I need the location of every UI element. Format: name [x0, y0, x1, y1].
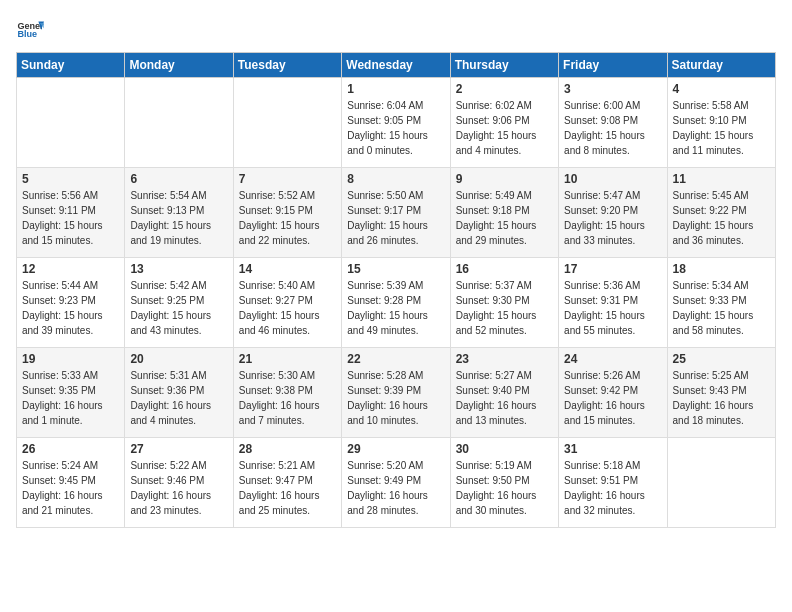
- day-info: Sunrise: 5:36 AMSunset: 9:31 PMDaylight:…: [564, 278, 661, 338]
- day-info: Sunrise: 5:30 AMSunset: 9:38 PMDaylight:…: [239, 368, 336, 428]
- day-info: Sunrise: 5:37 AMSunset: 9:30 PMDaylight:…: [456, 278, 553, 338]
- day-number: 25: [673, 352, 770, 366]
- calendar-cell: 24Sunrise: 5:26 AMSunset: 9:42 PMDayligh…: [559, 348, 667, 438]
- day-info: Sunrise: 5:52 AMSunset: 9:15 PMDaylight:…: [239, 188, 336, 248]
- calendar-cell: 17Sunrise: 5:36 AMSunset: 9:31 PMDayligh…: [559, 258, 667, 348]
- page-header: General Blue: [16, 16, 776, 44]
- day-number: 9: [456, 172, 553, 186]
- day-info: Sunrise: 5:47 AMSunset: 9:20 PMDaylight:…: [564, 188, 661, 248]
- day-info: Sunrise: 5:22 AMSunset: 9:46 PMDaylight:…: [130, 458, 227, 518]
- day-number: 12: [22, 262, 119, 276]
- day-info: Sunrise: 6:00 AMSunset: 9:08 PMDaylight:…: [564, 98, 661, 158]
- calendar-cell: 19Sunrise: 5:33 AMSunset: 9:35 PMDayligh…: [17, 348, 125, 438]
- day-info: Sunrise: 6:04 AMSunset: 9:05 PMDaylight:…: [347, 98, 444, 158]
- day-info: Sunrise: 5:31 AMSunset: 9:36 PMDaylight:…: [130, 368, 227, 428]
- day-number: 13: [130, 262, 227, 276]
- calendar-cell: 27Sunrise: 5:22 AMSunset: 9:46 PMDayligh…: [125, 438, 233, 528]
- calendar-cell: [233, 78, 341, 168]
- calendar-cell: 16Sunrise: 5:37 AMSunset: 9:30 PMDayligh…: [450, 258, 558, 348]
- day-info: Sunrise: 5:39 AMSunset: 9:28 PMDaylight:…: [347, 278, 444, 338]
- calendar-cell: 5Sunrise: 5:56 AMSunset: 9:11 PMDaylight…: [17, 168, 125, 258]
- day-info: Sunrise: 5:34 AMSunset: 9:33 PMDaylight:…: [673, 278, 770, 338]
- calendar-cell: [667, 438, 775, 528]
- calendar-cell: [17, 78, 125, 168]
- day-info: Sunrise: 5:24 AMSunset: 9:45 PMDaylight:…: [22, 458, 119, 518]
- day-number: 17: [564, 262, 661, 276]
- calendar-cell: 11Sunrise: 5:45 AMSunset: 9:22 PMDayligh…: [667, 168, 775, 258]
- day-number: 1: [347, 82, 444, 96]
- calendar-cell: 26Sunrise: 5:24 AMSunset: 9:45 PMDayligh…: [17, 438, 125, 528]
- day-number: 10: [564, 172, 661, 186]
- day-info: Sunrise: 5:28 AMSunset: 9:39 PMDaylight:…: [347, 368, 444, 428]
- day-number: 3: [564, 82, 661, 96]
- day-info: Sunrise: 5:44 AMSunset: 9:23 PMDaylight:…: [22, 278, 119, 338]
- calendar-cell: 28Sunrise: 5:21 AMSunset: 9:47 PMDayligh…: [233, 438, 341, 528]
- day-number: 19: [22, 352, 119, 366]
- calendar-cell: 10Sunrise: 5:47 AMSunset: 9:20 PMDayligh…: [559, 168, 667, 258]
- day-number: 27: [130, 442, 227, 456]
- day-number: 24: [564, 352, 661, 366]
- logo-icon: General Blue: [16, 16, 44, 44]
- day-number: 5: [22, 172, 119, 186]
- day-number: 21: [239, 352, 336, 366]
- day-number: 4: [673, 82, 770, 96]
- day-number: 15: [347, 262, 444, 276]
- calendar-week-row: 5Sunrise: 5:56 AMSunset: 9:11 PMDaylight…: [17, 168, 776, 258]
- day-number: 16: [456, 262, 553, 276]
- day-number: 11: [673, 172, 770, 186]
- calendar-cell: 29Sunrise: 5:20 AMSunset: 9:49 PMDayligh…: [342, 438, 450, 528]
- day-info: Sunrise: 5:40 AMSunset: 9:27 PMDaylight:…: [239, 278, 336, 338]
- day-info: Sunrise: 5:19 AMSunset: 9:50 PMDaylight:…: [456, 458, 553, 518]
- calendar-cell: 2Sunrise: 6:02 AMSunset: 9:06 PMDaylight…: [450, 78, 558, 168]
- calendar-week-row: 19Sunrise: 5:33 AMSunset: 9:35 PMDayligh…: [17, 348, 776, 438]
- day-number: 31: [564, 442, 661, 456]
- day-number: 7: [239, 172, 336, 186]
- day-info: Sunrise: 6:02 AMSunset: 9:06 PMDaylight:…: [456, 98, 553, 158]
- calendar-cell: 20Sunrise: 5:31 AMSunset: 9:36 PMDayligh…: [125, 348, 233, 438]
- day-number: 6: [130, 172, 227, 186]
- day-info: Sunrise: 5:42 AMSunset: 9:25 PMDaylight:…: [130, 278, 227, 338]
- calendar-cell: [125, 78, 233, 168]
- calendar-week-row: 12Sunrise: 5:44 AMSunset: 9:23 PMDayligh…: [17, 258, 776, 348]
- svg-text:Blue: Blue: [17, 29, 37, 39]
- calendar-cell: 14Sunrise: 5:40 AMSunset: 9:27 PMDayligh…: [233, 258, 341, 348]
- day-number: 20: [130, 352, 227, 366]
- day-info: Sunrise: 5:25 AMSunset: 9:43 PMDaylight:…: [673, 368, 770, 428]
- day-info: Sunrise: 5:33 AMSunset: 9:35 PMDaylight:…: [22, 368, 119, 428]
- weekday-header-saturday: Saturday: [667, 53, 775, 78]
- calendar-cell: 4Sunrise: 5:58 AMSunset: 9:10 PMDaylight…: [667, 78, 775, 168]
- calendar-cell: 6Sunrise: 5:54 AMSunset: 9:13 PMDaylight…: [125, 168, 233, 258]
- calendar-cell: 12Sunrise: 5:44 AMSunset: 9:23 PMDayligh…: [17, 258, 125, 348]
- day-info: Sunrise: 5:21 AMSunset: 9:47 PMDaylight:…: [239, 458, 336, 518]
- day-info: Sunrise: 5:56 AMSunset: 9:11 PMDaylight:…: [22, 188, 119, 248]
- day-number: 18: [673, 262, 770, 276]
- calendar-cell: 22Sunrise: 5:28 AMSunset: 9:39 PMDayligh…: [342, 348, 450, 438]
- day-number: 28: [239, 442, 336, 456]
- weekday-header-thursday: Thursday: [450, 53, 558, 78]
- day-number: 26: [22, 442, 119, 456]
- day-info: Sunrise: 5:45 AMSunset: 9:22 PMDaylight:…: [673, 188, 770, 248]
- day-number: 30: [456, 442, 553, 456]
- weekday-header-friday: Friday: [559, 53, 667, 78]
- calendar-cell: 1Sunrise: 6:04 AMSunset: 9:05 PMDaylight…: [342, 78, 450, 168]
- calendar-cell: 31Sunrise: 5:18 AMSunset: 9:51 PMDayligh…: [559, 438, 667, 528]
- day-info: Sunrise: 5:54 AMSunset: 9:13 PMDaylight:…: [130, 188, 227, 248]
- weekday-header-tuesday: Tuesday: [233, 53, 341, 78]
- day-number: 8: [347, 172, 444, 186]
- weekday-header-wednesday: Wednesday: [342, 53, 450, 78]
- day-number: 23: [456, 352, 553, 366]
- calendar-week-row: 26Sunrise: 5:24 AMSunset: 9:45 PMDayligh…: [17, 438, 776, 528]
- day-info: Sunrise: 5:26 AMSunset: 9:42 PMDaylight:…: [564, 368, 661, 428]
- day-number: 2: [456, 82, 553, 96]
- calendar-cell: 21Sunrise: 5:30 AMSunset: 9:38 PMDayligh…: [233, 348, 341, 438]
- day-number: 29: [347, 442, 444, 456]
- day-info: Sunrise: 5:18 AMSunset: 9:51 PMDaylight:…: [564, 458, 661, 518]
- calendar-cell: 8Sunrise: 5:50 AMSunset: 9:17 PMDaylight…: [342, 168, 450, 258]
- logo: General Blue: [16, 16, 44, 44]
- calendar-cell: 15Sunrise: 5:39 AMSunset: 9:28 PMDayligh…: [342, 258, 450, 348]
- calendar-cell: 18Sunrise: 5:34 AMSunset: 9:33 PMDayligh…: [667, 258, 775, 348]
- calendar-cell: 23Sunrise: 5:27 AMSunset: 9:40 PMDayligh…: [450, 348, 558, 438]
- calendar-cell: 9Sunrise: 5:49 AMSunset: 9:18 PMDaylight…: [450, 168, 558, 258]
- day-info: Sunrise: 5:50 AMSunset: 9:17 PMDaylight:…: [347, 188, 444, 248]
- weekday-header-sunday: Sunday: [17, 53, 125, 78]
